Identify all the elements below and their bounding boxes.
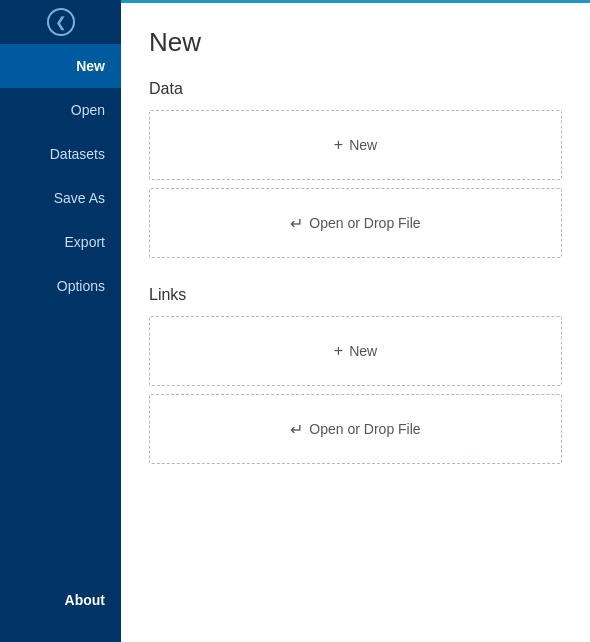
links-open-button[interactable]: ↵ Open or Drop File [149,394,562,464]
data-section: Data + New ↵ Open or Drop File [149,80,562,258]
sidebar-item-save-as[interactable]: Save As [0,176,121,220]
links-new-box[interactable]: + New [149,316,562,386]
links-new-button[interactable]: + New [149,316,562,386]
data-section-title: Data [149,80,562,98]
plus-icon: + [334,136,343,154]
sidebar: ❮ New Open Datasets Save As Export Optio… [0,0,121,642]
data-open-box[interactable]: ↵ Open or Drop File [149,188,562,258]
sidebar-item-options[interactable]: Options [0,264,121,308]
sidebar-spacer [0,308,121,578]
enter-icon-links: ↵ [290,420,303,439]
data-new-button[interactable]: + New [149,110,562,180]
sidebar-item-new[interactable]: New [0,44,121,88]
plus-icon-links: + [334,342,343,360]
sidebar-item-about[interactable]: About [0,578,121,622]
links-open-box[interactable]: ↵ Open or Drop File [149,394,562,464]
enter-icon: ↵ [290,214,303,233]
data-new-box[interactable]: + New [149,110,562,180]
links-section: Links + New ↵ Open or Drop File [149,286,562,464]
page-title: New [149,27,562,58]
main-content: New Data + New ↵ Open or Drop File Links… [121,0,590,642]
sidebar-item-open[interactable]: Open [0,88,121,132]
back-icon: ❮ [47,8,75,36]
data-open-button[interactable]: ↵ Open or Drop File [149,188,562,258]
back-button[interactable]: ❮ [0,0,121,44]
sidebar-item-datasets[interactable]: Datasets [0,132,121,176]
sidebar-item-export[interactable]: Export [0,220,121,264]
links-section-title: Links [149,286,562,304]
